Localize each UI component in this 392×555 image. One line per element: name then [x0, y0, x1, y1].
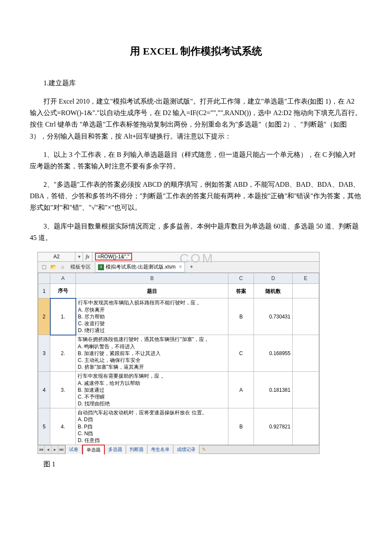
home-icon[interactable]: ⌂: [59, 264, 66, 271]
row-header-1[interactable]: 1: [38, 284, 50, 298]
close-icon[interactable]: ×: [179, 263, 182, 271]
row-header-4[interactable]: 4: [38, 372, 50, 408]
select-all-corner[interactable]: [38, 273, 50, 284]
row-header-2[interactable]: 2: [38, 298, 50, 335]
new-sheet-icon[interactable]: ✎: [199, 445, 208, 454]
namebox-dropdown-icon[interactable]: ▾: [75, 252, 83, 261]
sheet-tab-panduan[interactable]: 判断题: [126, 445, 147, 454]
paragraph-1: 打开 Excel 2010，建立"模拟考试系统-出题测试版"。打开此工作簿，建立…: [30, 95, 362, 142]
cell-A3[interactable]: 2.: [50, 335, 76, 372]
cell-A2-selected[interactable]: 1.: [50, 298, 76, 335]
sheet-nav-last-icon[interactable]: ⏭: [58, 445, 65, 454]
cell-C5[interactable]: B: [228, 408, 254, 445]
sheet-nav-prev-icon[interactable]: ◂: [45, 445, 52, 454]
cell-A5[interactable]: 4.: [50, 408, 76, 445]
col-header-C[interactable]: C: [228, 273, 254, 284]
cell-D3[interactable]: 0.168955: [254, 335, 292, 372]
sheet-tab-kaosheng[interactable]: 考生名单: [147, 445, 173, 454]
formula-input[interactable]: =ROW()-1&".": [92, 251, 319, 262]
file-tab-name: 模拟考试系统-出题测试版.xlsm: [106, 263, 176, 271]
xlsm-icon: X: [98, 264, 104, 270]
header-answer[interactable]: 答案: [228, 284, 254, 298]
row-header-3[interactable]: 3: [38, 335, 50, 372]
cell-E1[interactable]: [292, 284, 319, 298]
cell-E2[interactable]: [292, 298, 319, 335]
formula-bar: A2 ▾ fx =ROW()-1&".": [38, 252, 319, 262]
worksheet-grid[interactable]: A B C D E 1 序号 题目 答案 随机数 2 1. 行车中: [38, 273, 319, 445]
template-area-label[interactable]: 模板专区: [69, 263, 92, 271]
paragraph-2: 1、以上 3 个工作表，在 B 列输入单选题题目（样式随意，但一道题只能占一个单…: [30, 149, 362, 172]
paragraph-3: 2、"多选题"工作表的答案必须按 ABCD 的顺序填写，例如答案 ABD，不能写…: [30, 179, 362, 214]
sheet-tab-chengji[interactable]: 成绩记录: [173, 445, 199, 454]
cell-B5[interactable]: 自动挡汽车起动发动机时，应将变速器操纵杆放在 位置。 A. D挡 B. P挡 C…: [76, 408, 228, 445]
header-random[interactable]: 随机数: [254, 284, 292, 298]
cell-B2[interactable]: 行车中发现其他车辆陷入损坏路段而不能行驶时，应 。 A. 尽快离开 B. 尽力帮…: [76, 298, 228, 335]
sheet-nav-first-icon[interactable]: ⏮: [38, 445, 45, 454]
sheet-tab-shijuan[interactable]: 试卷: [66, 445, 82, 454]
col-header-B[interactable]: B: [76, 273, 228, 284]
col-header-A[interactable]: A: [50, 273, 76, 284]
name-box[interactable]: A2: [38, 251, 75, 262]
cell-D4[interactable]: 0.181381: [254, 372, 292, 408]
sheet-nav-next-icon[interactable]: ▸: [52, 445, 58, 454]
cell-E4[interactable]: [292, 372, 319, 408]
open-file-icon[interactable]: 📂: [50, 264, 57, 271]
cell-C4[interactable]: A: [228, 372, 254, 408]
cell-C3[interactable]: C: [228, 335, 254, 372]
cell-D5[interactable]: 0.927821: [254, 408, 292, 445]
sheet-tab-danxuan[interactable]: 单选题: [82, 445, 105, 454]
header-question[interactable]: 题目: [76, 284, 228, 298]
figure-1-excel-screenshot: .COM A2 ▾ fx =ROW()-1&"." ▢ 📂 ⌂ 模板专区 X 模…: [30, 252, 362, 454]
figure-1-caption: 图 1: [30, 458, 362, 470]
cell-E3[interactable]: [292, 335, 319, 372]
cell-B3[interactable]: 车辆在拥挤路段低速行驶时，遇其他车辆强行"加塞"，应 。 A. 鸣喇叭警告，不得…: [76, 335, 228, 372]
workbook-file-tab[interactable]: X 模拟考试系统-出题测试版.xlsm ×: [95, 262, 185, 272]
fx-icon[interactable]: fx: [83, 252, 92, 261]
sheet-tab-duoxuan[interactable]: 多选题: [105, 445, 126, 454]
col-header-E[interactable]: E: [292, 273, 319, 284]
new-tab-plus-icon[interactable]: +: [187, 263, 196, 271]
cell-A4[interactable]: 3.: [50, 372, 76, 408]
section-heading: 1.建立题库: [30, 77, 362, 89]
row-header-5[interactable]: 5: [38, 408, 50, 445]
new-file-icon[interactable]: ▢: [40, 264, 47, 271]
cell-B4[interactable]: 行车中发现有需要援助的车辆时，应 。 A. 减速停车，给对方以帮助 B. 加速通…: [76, 372, 228, 408]
sheet-tab-bar: ⏮ ◂ ▸ ⏭ 试卷 单选题 多选题 判断题 考生名单 成绩记录 ✎: [38, 445, 319, 454]
page-title: 用 EXCEL 制作模拟考试系统: [30, 43, 362, 60]
paragraph-4: 3、题库中题目数量根据实际情况而定，多多益善。本例中题库数目为单选题 60道、多…: [30, 220, 362, 243]
cell-C2[interactable]: B: [228, 298, 254, 335]
cell-D2[interactable]: 0.730431: [254, 298, 292, 335]
workbook-tab-bar: ▢ 📂 ⌂ 模板专区 X 模拟考试系统-出题测试版.xlsm × +: [38, 262, 319, 273]
header-num[interactable]: 序号: [50, 284, 76, 298]
col-header-D[interactable]: D: [254, 273, 292, 284]
cell-E5[interactable]: [292, 408, 319, 445]
